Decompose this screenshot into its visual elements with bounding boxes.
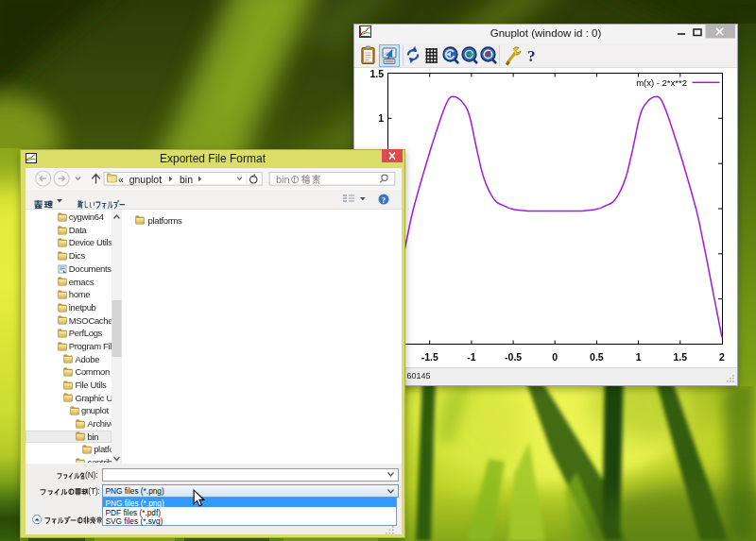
svg-text:?: ? bbox=[527, 47, 536, 65]
svg-text:-1.5: -1.5 bbox=[421, 351, 438, 363]
svg-text:1: 1 bbox=[378, 112, 384, 124]
svg-text:-0.5: -0.5 bbox=[505, 351, 522, 363]
svg-text:m(x) - 2*x**2: m(x) - 2*x**2 bbox=[636, 77, 687, 88]
svg-text:0: 0 bbox=[552, 351, 558, 363]
svg-text:2: 2 bbox=[719, 351, 725, 363]
svg-text:1.5: 1.5 bbox=[673, 351, 687, 363]
svg-text:1: 1 bbox=[636, 351, 642, 363]
svg-text:0.5: 0.5 bbox=[590, 351, 604, 363]
svg-text:?: ? bbox=[382, 195, 387, 205]
svg-text:-1: -1 bbox=[467, 351, 475, 363]
svg-text:1.5: 1.5 bbox=[369, 68, 384, 79]
